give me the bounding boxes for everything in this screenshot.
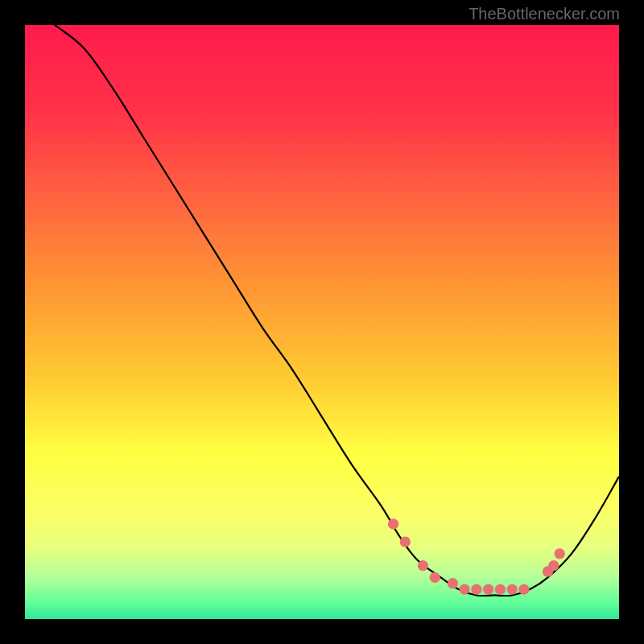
attribution-text: TheBottlenecker.com [469, 5, 620, 23]
marker-point [483, 584, 493, 594]
curve-svg [25, 25, 619, 619]
marker-point [459, 584, 469, 594]
marker-point [548, 560, 559, 571]
marker-point [555, 548, 565, 559]
marker-point [448, 578, 458, 588]
bottleneck-curve [55, 25, 619, 596]
plot-area [25, 25, 619, 619]
marker-point [471, 584, 481, 594]
marker-point [418, 560, 428, 571]
chart-container: TheBottlenecker.com [0, 0, 644, 644]
marker-point [400, 536, 411, 547]
marker-point [518, 584, 529, 594]
marker-point [507, 584, 518, 594]
marker-point [495, 584, 506, 594]
marker-point [388, 518, 398, 529]
marker-point [430, 572, 440, 583]
